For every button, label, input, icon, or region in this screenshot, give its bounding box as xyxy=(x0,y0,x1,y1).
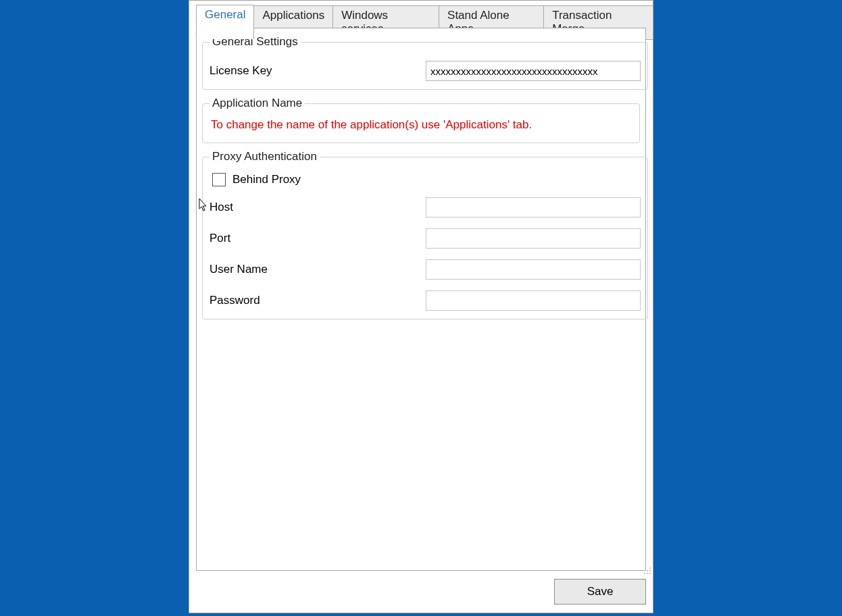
group-application-name-legend: Application Name xyxy=(209,97,305,110)
license-key-label: License Key xyxy=(209,64,426,78)
application-name-note: To change the name of the application(s)… xyxy=(211,118,631,132)
group-proxy-auth: Proxy Authentication Behind Proxy Host P… xyxy=(202,150,648,319)
behind-proxy-checkbox[interactable] xyxy=(212,173,226,186)
behind-proxy-label: Behind Proxy xyxy=(232,173,301,186)
group-general-settings: General Settings License Key xyxy=(202,35,648,90)
proxy-host-input[interactable] xyxy=(426,197,641,217)
tab-general[interactable]: General xyxy=(196,5,254,39)
proxy-port-input[interactable] xyxy=(426,228,641,249)
proxy-port-label: Port xyxy=(209,232,426,245)
group-application-name: Application Name To change the name of t… xyxy=(202,97,640,143)
proxy-host-label: Host xyxy=(209,201,426,214)
proxy-password-input[interactable] xyxy=(426,290,641,311)
proxy-username-input[interactable] xyxy=(426,259,641,280)
settings-window: General Applications Windows services St… xyxy=(189,0,653,613)
group-proxy-auth-legend: Proxy Authentication xyxy=(209,150,320,163)
save-button[interactable]: Save xyxy=(554,579,646,605)
tab-panel-general: General Settings License Key Application… xyxy=(196,28,646,571)
proxy-password-label: Password xyxy=(209,294,426,307)
license-key-input[interactable] xyxy=(426,61,641,81)
proxy-username-label: User Name xyxy=(209,263,426,276)
